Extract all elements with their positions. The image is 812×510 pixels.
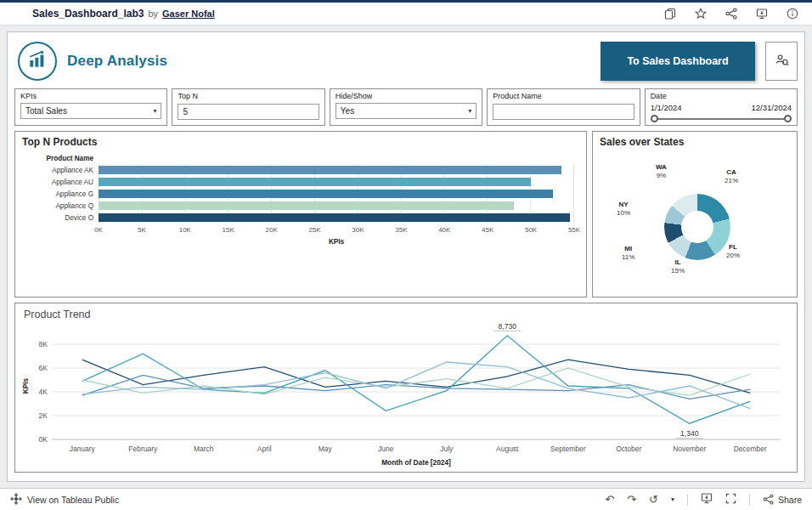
share-icon[interactable] xyxy=(725,8,737,20)
copy-icon[interactable] xyxy=(664,8,676,20)
kpis-dropdown-value: Total Sales xyxy=(25,106,67,116)
date-range-slider[interactable] xyxy=(651,114,792,124)
bar[interactable] xyxy=(99,201,514,210)
footer-share-button[interactable]: Share xyxy=(763,494,802,505)
x-tick-label: April xyxy=(257,445,272,453)
sales-over-states-panel: Sales over States CA21%FL20%IL15%MI11%NY… xyxy=(592,131,798,298)
bar-track xyxy=(99,178,574,186)
bar[interactable] xyxy=(99,213,570,222)
undo-icon[interactable]: ↶ xyxy=(605,494,614,505)
fullscreen-icon[interactable] xyxy=(725,492,736,507)
x-tick-label: December xyxy=(734,445,767,453)
donut-slice-label: IL15% xyxy=(671,258,685,276)
x-tick-label: September xyxy=(550,445,586,453)
top-n-products-panel: Top N Products Product Name Appliance AK… xyxy=(14,131,587,298)
filter-top-n-label: Top N xyxy=(178,92,319,100)
product-trend-panel: Product Trend 0K2K4K6K8KJanuaryFebruaryM… xyxy=(14,303,798,473)
chevron-down-icon[interactable]: ▾ xyxy=(671,496,674,503)
product-name-input[interactable] xyxy=(493,104,634,120)
bar[interactable] xyxy=(99,190,553,198)
y-tick-label: 8K xyxy=(39,340,48,348)
date-end-value: 12/31/2024 xyxy=(751,103,792,112)
x-tick-label: May xyxy=(319,445,333,453)
footer-toolbar: ↶ ↷ ↺ ▾ Share xyxy=(605,492,802,507)
trend-line[interactable] xyxy=(82,362,751,409)
filter-top-n: Top N xyxy=(172,88,324,126)
share-icon xyxy=(763,494,774,505)
annotation: 8,730 xyxy=(499,322,517,331)
x-axis-title: KPIs xyxy=(99,238,574,246)
logo xyxy=(18,42,57,81)
filter-product-name-label: Product Name xyxy=(493,92,634,100)
footer-bar: View on Tableau Public ↶ ↷ ↺ ▾ Share xyxy=(0,488,812,510)
top-bar: Sales_Dashboard_lab3 by Gaser Nofal xyxy=(0,0,812,26)
donut-slice-label: WA9% xyxy=(656,163,667,181)
x-tick-label: January xyxy=(70,445,96,453)
states-donut-chart: CA21%FL20%IL15%MI11%NY10%WA9% xyxy=(593,150,797,290)
x-tick-label: 50K xyxy=(525,226,537,234)
bar-track xyxy=(99,201,574,210)
download-icon[interactable] xyxy=(756,8,768,20)
search-icon xyxy=(775,53,789,71)
filter-row: KPIs Total Sales ▾ Top N Hide/Show Yes ▾… xyxy=(14,88,798,126)
donut[interactable] xyxy=(664,194,730,260)
filter-kpis: KPIs Total Sales ▾ xyxy=(14,88,167,126)
date-start-value: 1/1/2024 xyxy=(651,103,682,112)
y-axis-title: KPIs xyxy=(21,377,30,394)
bar-category-label: Appliance G xyxy=(20,190,99,198)
x-axis-title: Month of Date [2024] xyxy=(381,458,451,467)
x-tick-label: June xyxy=(378,445,394,453)
x-tick-label: July xyxy=(440,445,454,453)
donut-slice-label: MI11% xyxy=(622,245,634,263)
download-icon[interactable] xyxy=(701,492,713,507)
filter-date-label: Date xyxy=(651,92,792,100)
dashboard-header: Deep Analysis To Sales Dashboard xyxy=(14,39,798,83)
y-tick-label: 0K xyxy=(39,435,48,444)
info-icon[interactable] xyxy=(787,8,798,20)
x-tick-label: 5K xyxy=(138,226,146,234)
filter-hide-show-label: Hide/Show xyxy=(336,92,476,100)
trend-line[interactable] xyxy=(82,368,751,395)
reset-icon[interactable]: ↺ xyxy=(649,494,658,505)
redo-icon[interactable]: ↷ xyxy=(627,494,636,505)
bar[interactable] xyxy=(99,166,561,174)
top-n-bar-chart: Product Name Appliance AKAppliance AUApp… xyxy=(15,150,586,246)
x-tick-label: 20K xyxy=(266,226,278,234)
bar-category-label: Appliance AU xyxy=(20,178,99,186)
filter-date: Date 1/1/2024 12/31/2024 xyxy=(645,88,798,126)
top-n-input[interactable] xyxy=(178,104,319,120)
divider xyxy=(749,494,750,506)
star-icon[interactable] xyxy=(695,8,707,20)
y-tick-label: 4K xyxy=(39,388,48,396)
bar-category-label: Device O xyxy=(20,214,99,222)
to-sales-dashboard-button[interactable]: To Sales Dashboard xyxy=(601,42,755,81)
tableau-logo-icon xyxy=(10,493,22,507)
filter-product-name: Product Name xyxy=(487,88,640,126)
divider xyxy=(687,494,688,506)
x-tick-label: 15K xyxy=(223,226,234,234)
topbar-icons xyxy=(664,8,798,20)
chevron-down-icon: ▾ xyxy=(468,107,471,115)
x-tick-label: March xyxy=(194,445,214,453)
x-tick-label: 35K xyxy=(395,226,407,234)
hide-show-dropdown[interactable]: Yes ▾ xyxy=(336,103,476,119)
bar[interactable] xyxy=(99,178,531,186)
x-tick-label: November xyxy=(673,445,706,453)
search-box[interactable] xyxy=(765,42,798,81)
x-tick-label: 55K xyxy=(568,226,580,234)
slider-handle-start[interactable] xyxy=(651,115,658,122)
author-link[interactable]: Gaser Nofal xyxy=(162,8,215,19)
trend-title: Product Trend xyxy=(15,303,797,320)
bar-row: Appliance G xyxy=(20,188,574,200)
view-on-tableau-link[interactable]: View on Tableau Public xyxy=(10,493,119,507)
dashboard: Deep Analysis To Sales Dashboard KPIs xyxy=(7,31,805,482)
bar-track xyxy=(99,166,574,174)
trend-line[interactable] xyxy=(82,336,751,423)
slider-handle-end[interactable] xyxy=(784,115,792,122)
x-tick-label: 40K xyxy=(438,226,450,234)
y-tick-label: 6K xyxy=(39,364,48,372)
kpis-dropdown[interactable]: Total Sales ▾ xyxy=(20,103,161,119)
x-axis-ticks: 0K5K10K15K20K25K30K35K40K45K50K55K xyxy=(99,226,574,235)
bar-row: Device O xyxy=(20,212,574,224)
chevron-down-icon: ▾ xyxy=(153,107,156,115)
